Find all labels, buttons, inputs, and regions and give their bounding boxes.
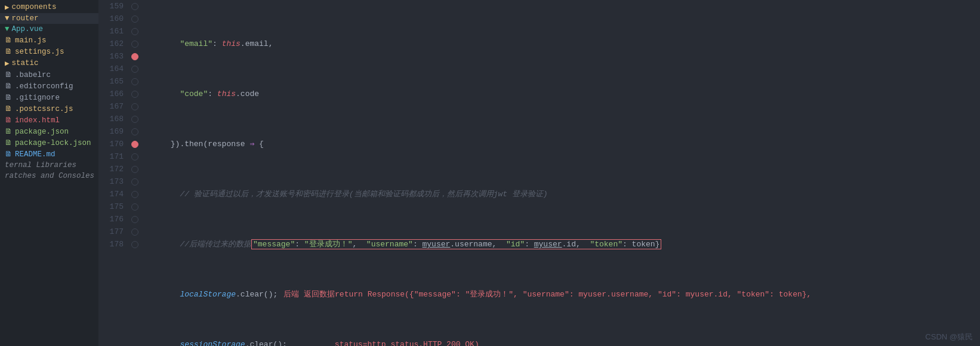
sidebar-item-settings-js[interactable]: 🗎 settings.js <box>0 46 98 57</box>
vue-icon: ▼ <box>5 25 10 33</box>
code-editor: 159 160 161 162 163 164 165 166 167 168 … <box>98 0 980 346</box>
code-content[interactable]: "email": this.email, "code": this.code }… <box>140 0 980 346</box>
sidebar-item-components[interactable]: ▶ components <box>0 1 98 13</box>
code-line-160: "code": this.code <box>143 88 980 100</box>
folder-icon: ▶ <box>5 2 10 12</box>
sidebar-item-postcssrc[interactable]: 🗎 .postcssrc.js <box>0 103 98 115</box>
sidebar-item-editorconfig[interactable]: 🗎 .editorconfig <box>0 81 98 92</box>
js-icon: 🗎 <box>5 47 13 56</box>
js-icon: 🗎 <box>5 36 13 45</box>
folder-icon: ▼ <box>5 14 10 23</box>
file-icon: 🗎 <box>5 127 13 136</box>
file-icon: 🗎 <box>5 104 13 113</box>
sidebar-item-package-json[interactable]: 🗎 package.json <box>0 126 98 137</box>
sidebar-item-libraries[interactable]: ternal Libraries <box>0 160 98 171</box>
code-line-165: sessionStorage.clear();status=http_statu… <box>143 338 980 346</box>
sidebar-item-readme[interactable]: 🗎 README.md <box>0 149 98 160</box>
file-explorer: ▶ components ▼ router ▼ App.vue 🗎 main.j… <box>0 0 98 346</box>
file-icon: 🗎 <box>5 150 13 159</box>
sidebar-item-package-lock-json[interactable]: 🗎 package-lock.json <box>0 137 98 149</box>
file-icon: 🗎 <box>5 93 13 102</box>
file-icon: 🗎 <box>5 116 13 125</box>
file-icon: 🗎 <box>5 70 13 79</box>
file-icon: 🗎 <box>5 138 13 147</box>
code-line-159: "email": this.email, <box>143 38 980 50</box>
watermark: CSDN @猿民 <box>925 332 973 342</box>
sidebar-item-router[interactable]: ▼ router <box>0 13 98 24</box>
sidebar-item-babelrc[interactable]: 🗎 .babelrc <box>0 69 98 81</box>
sidebar-item-app-vue[interactable]: ▼ App.vue <box>0 24 98 35</box>
code-line-164: localStorage.clear();后端 返回数据return Respo… <box>143 288 980 301</box>
line-numbers: 159 160 161 162 163 164 165 166 167 168 … <box>98 0 130 346</box>
sidebar-item-index-html[interactable]: 🗎 index.html <box>0 115 98 126</box>
file-icon: 🗎 <box>5 82 13 91</box>
code-line-163: //后端传过来的数据"message": "登录成功！", "username"… <box>143 238 980 251</box>
folder-icon: ▶ <box>5 58 10 68</box>
sidebar-item-static[interactable]: ▶ static <box>0 57 98 69</box>
code-line-162: // 验证码通过以后，才发送账号和密码进行登录(当邮箱和验证码都成功后，然后再次… <box>143 188 980 200</box>
sidebar-item-main-js[interactable]: 🗎 main.js <box>0 35 98 46</box>
sidebar-item-scratches[interactable]: ratches and Consoles <box>0 171 98 181</box>
editor-gutter <box>130 0 140 346</box>
code-line-161: }).then(response ⇒ { <box>143 138 980 150</box>
sidebar-item-gitignore[interactable]: 🗎 .gitignore <box>0 92 98 103</box>
